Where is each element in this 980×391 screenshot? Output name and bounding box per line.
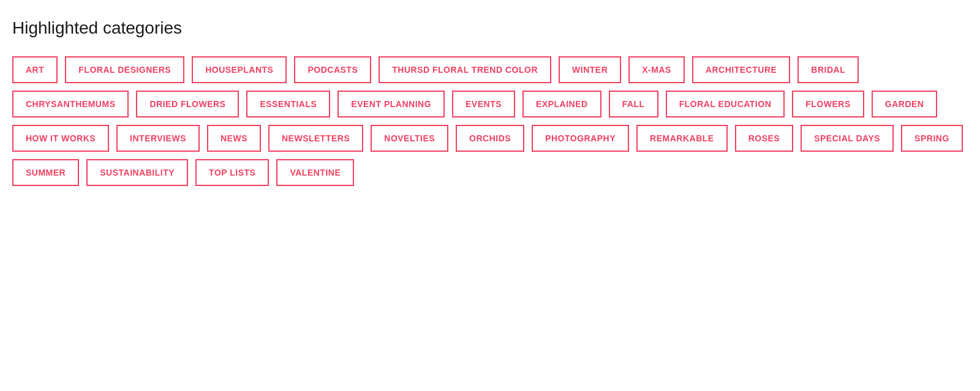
category-tag[interactable]: WINTER — [559, 56, 621, 83]
category-tag[interactable]: ROSES — [735, 125, 794, 152]
category-tag[interactable]: ESSENTIALS — [246, 91, 330, 117]
category-tag[interactable]: SUMMER — [12, 159, 79, 186]
category-tag[interactable]: SPECIAL DAYS — [801, 125, 894, 152]
category-tag[interactable]: FLORAL EDUCATION — [666, 91, 785, 117]
category-tag[interactable]: INTERVIEWS — [116, 125, 200, 152]
categories-container: ARTFLORAL DESIGNERSHOUSEPLANTSPODCASTSTH… — [12, 56, 968, 186]
category-tag[interactable]: HOW IT WORKS — [12, 125, 109, 152]
category-tag[interactable]: ART — [12, 56, 58, 83]
category-tag[interactable]: FLOWERS — [792, 91, 864, 117]
category-tag[interactable]: EXPLAINED — [522, 91, 601, 117]
category-tag[interactable]: SPRING — [901, 125, 963, 152]
category-tag[interactable]: SUSTAINABILITY — [86, 159, 188, 186]
category-tag[interactable]: NEWSLETTERS — [268, 125, 363, 152]
page-title: Highlighted categories — [12, 18, 968, 38]
category-tag[interactable]: DRIED FLOWERS — [136, 91, 239, 117]
category-tag[interactable]: NOVELTIES — [371, 125, 448, 152]
category-tag[interactable]: HOUSEPLANTS — [192, 56, 287, 83]
category-tag[interactable]: CHRYSANTHEMUMS — [12, 91, 129, 117]
category-tag[interactable]: REMARKABLE — [636, 125, 728, 152]
category-tag[interactable]: THURSD FLORAL TREND COLOR — [379, 56, 551, 83]
category-tag[interactable]: PHOTOGRAPHY — [532, 125, 629, 152]
category-tag[interactable]: PODCASTS — [294, 56, 371, 83]
category-tag[interactable]: EVENTS — [452, 91, 515, 117]
category-tag[interactable]: ARCHITECTURE — [692, 56, 790, 83]
category-tag[interactable]: VALENTINE — [276, 159, 354, 186]
category-tag[interactable]: BRIDAL — [797, 56, 859, 83]
category-tag[interactable]: X-MAS — [628, 56, 685, 83]
category-tag[interactable]: FALL — [609, 91, 658, 117]
category-tag[interactable]: GARDEN — [872, 91, 938, 117]
category-tag[interactable]: EVENT PLANNING — [337, 91, 445, 117]
category-tag[interactable]: TOP LISTS — [195, 159, 269, 186]
category-tag[interactable]: ORCHIDS — [456, 125, 524, 152]
category-tag[interactable]: FLORAL DESIGNERS — [65, 56, 184, 83]
category-tag[interactable]: NEWS — [207, 125, 261, 152]
